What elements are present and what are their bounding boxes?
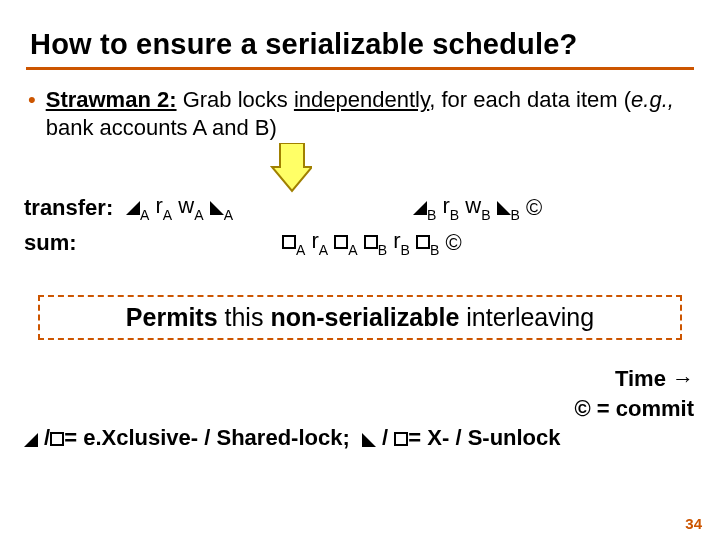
xunlock-icon [210, 201, 224, 215]
commit-s: © [445, 228, 461, 259]
sA3: A [348, 242, 357, 258]
row-sum: sum: A rA A B rB B © [24, 226, 696, 259]
srA: rA [311, 226, 328, 259]
xlock-icon-b [413, 201, 427, 215]
sub-A3: A [194, 207, 203, 223]
sA2: A [319, 242, 328, 258]
sA: A [296, 242, 305, 258]
srB: rB [393, 226, 410, 259]
wB: wB [465, 191, 490, 224]
bullet-eg: e.g., [631, 87, 674, 112]
bullet-rest1: Grab locks [177, 87, 294, 112]
bullet-rest2: , for each data item ( [429, 87, 631, 112]
sB: B [378, 242, 387, 258]
sub-A: A [140, 207, 149, 223]
slide: How to ensure a serializable schedule? •… [0, 0, 720, 540]
sr2: r [393, 228, 400, 253]
w: w [178, 193, 194, 218]
w2: w [465, 193, 481, 218]
sunlock-legend-icon [394, 432, 408, 446]
sB2: B [401, 242, 410, 258]
legend-commit: © = commit [24, 394, 694, 424]
lock-B: B [413, 191, 436, 224]
bullet-strawman: • Strawman 2: Grab locks independently, … [24, 86, 696, 141]
sub-B2: B [450, 207, 459, 223]
slock-A: A [282, 226, 305, 259]
slock-icon [282, 235, 296, 249]
r2: r [442, 193, 449, 218]
svg-marker-0 [272, 143, 312, 191]
rB: rB [442, 191, 459, 224]
bullet-lead: Strawman 2: [46, 87, 177, 112]
sub-B3: B [481, 207, 490, 223]
sub-B4: B [511, 207, 520, 223]
title-rule [26, 67, 694, 70]
xunlock-icon-b [497, 201, 511, 215]
bullet-text: Strawman 2: Grab locks independently, fo… [46, 86, 696, 141]
sunlock-icon [334, 235, 348, 249]
legend-time: Time → [24, 364, 694, 394]
lock-A: A [126, 191, 149, 224]
bullet-underline-word: independently [294, 87, 429, 112]
xlock-legend-icon [24, 433, 38, 447]
leg-sep1: / [38, 425, 50, 450]
sub-A4: A [224, 207, 233, 223]
slock-legend-icon [50, 432, 64, 446]
r: r [155, 193, 162, 218]
sunlock-icon-b [416, 235, 430, 249]
xunlock-legend-icon [362, 433, 376, 447]
transfer-label: transfer: [24, 193, 126, 224]
row-transfer: transfer: A rA wA A B rB wB B © [24, 191, 696, 224]
leg-txt1: = e.Xclusive- / Shared-lock; [64, 425, 350, 450]
sB3: B [430, 242, 439, 258]
bullet-rest3: bank accounts A and B) [46, 115, 277, 140]
wA: wA [178, 191, 203, 224]
unlock-A: A [210, 191, 233, 224]
sunlock-A: A [334, 226, 357, 259]
permits-word: Permits [126, 303, 218, 331]
rA: rA [155, 191, 172, 224]
bullet-dot: • [28, 86, 36, 141]
page-number: 34 [685, 515, 702, 532]
legend: Time → © = commit /= e.Xclusive- / Share… [24, 364, 694, 453]
sr: r [311, 228, 318, 253]
sunlock-B: B [416, 226, 439, 259]
permits-t4: interleaving [459, 303, 594, 331]
sum-label: sum: [24, 228, 126, 259]
commit-t: © [526, 193, 542, 224]
legend-locks: /= e.Xclusive- / Shared-lock; / = X- / S… [24, 423, 694, 453]
slock-B: B [364, 226, 387, 259]
permits-ns: non-serializable [270, 303, 459, 331]
highlight-arrow [264, 143, 312, 195]
permits-box: Permits this non-serializable interleavi… [38, 295, 682, 340]
leg-sep2: / [376, 425, 394, 450]
sequence-block: transfer: A rA wA A B rB wB B © sum: A r… [24, 191, 696, 259]
slide-title: How to ensure a serializable schedule? [30, 28, 696, 61]
xlock-icon [126, 201, 140, 215]
slock-icon-b [364, 235, 378, 249]
leg-txt2: = X- / S-unlock [408, 425, 560, 450]
unlock-B: B [497, 191, 520, 224]
sub-A2: A [163, 207, 172, 223]
permits-t2: this [218, 303, 271, 331]
sub-B: B [427, 207, 436, 223]
